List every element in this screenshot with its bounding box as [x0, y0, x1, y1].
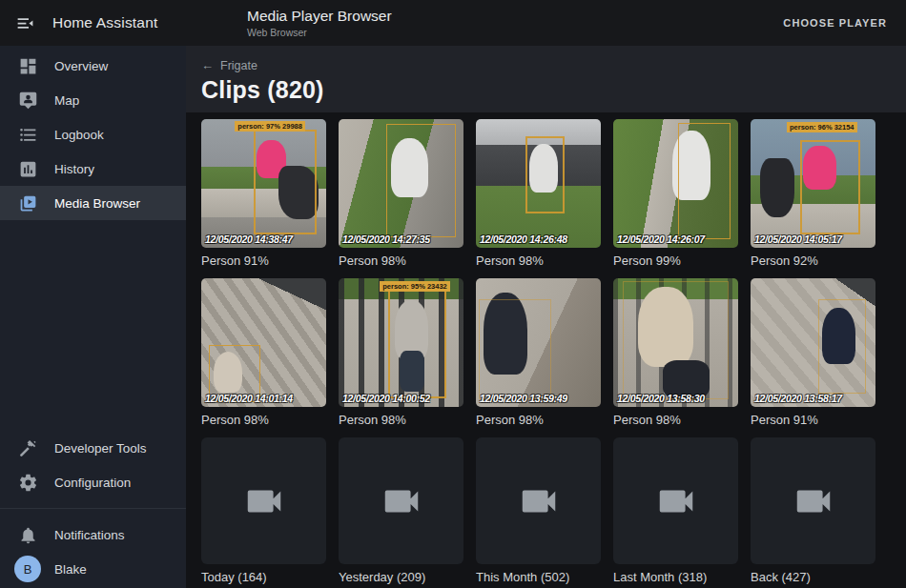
- video-camera-icon: [242, 479, 286, 523]
- sidebar-item-notifications[interactable]: Notifications: [0, 517, 186, 552]
- play-box-multiple-icon: [16, 192, 39, 214]
- folder-card-back[interactable]: Back (427): [751, 437, 875, 584]
- clip-thumbnail: 12/05/2020 13:58:30: [613, 278, 738, 407]
- detection-bounding-box: [678, 123, 731, 239]
- folder-card-last-month[interactable]: Last Month (318): [613, 437, 738, 584]
- detection-bounding-box: [818, 299, 866, 395]
- clip-card[interactable]: 12/05/2020 14:27:35 Person 98%: [339, 119, 463, 268]
- clip-timestamp: 12/05/2020 14:38:47: [205, 233, 293, 245]
- clip-thumbnail: person: 97% 29988 12/05/2020 14:38:47: [201, 119, 326, 248]
- sidebar-item-label: Developer Tools: [54, 441, 147, 456]
- clip-card[interactable]: person: 96% 32154 12/05/2020 14:05:17 Pe…: [751, 119, 875, 268]
- clip-label: Person 98%: [476, 253, 601, 268]
- detection-bounding-box: [479, 299, 551, 399]
- sidebar-item-overview[interactable]: Overview: [0, 49, 186, 83]
- clip-label: Person 99%: [613, 253, 738, 268]
- sidebar-divider: [0, 508, 186, 509]
- clip-card[interactable]: person: 97% 29988 12/05/2020 14:38:47 Pe…: [201, 119, 326, 268]
- sidebar-bottom: Developer Tools Configuration Notificati…: [0, 431, 186, 588]
- clip-timestamp: 12/05/2020 14:26:48: [480, 233, 567, 245]
- clip-label: Person 98%: [339, 413, 463, 427]
- clip-thumbnail: person: 96% 32154 12/05/2020 14:05:17: [751, 119, 875, 248]
- sidebar-item-label: Notifications: [54, 528, 125, 542]
- hammer-icon: [16, 436, 39, 459]
- user-name: Blake: [54, 562, 87, 577]
- detection-bounding-box: [388, 290, 445, 397]
- clip-card[interactable]: 12/05/2020 14:26:07 Person 99%: [613, 119, 738, 268]
- clip-thumbnail: 12/05/2020 13:58:17: [751, 278, 875, 407]
- detection-bounding-box: [254, 130, 317, 235]
- sidebar-item-profile[interactable]: B Blake: [0, 552, 186, 586]
- detection-bounding-box: [525, 136, 565, 213]
- folder-label: This Month (502): [476, 570, 601, 584]
- sidebar-item-logbook[interactable]: Logbook: [0, 117, 186, 152]
- folder-card-yesterday[interactable]: Yesterday (209): [339, 437, 463, 584]
- folder-label: Last Month (318): [613, 570, 738, 584]
- clip-card[interactable]: person: 95% 23432 12/05/2020 14:00:52 Pe…: [339, 278, 463, 427]
- detection-score-label: person: 97% 29988: [235, 121, 305, 132]
- clip-card[interactable]: 12/05/2020 14:26:48 Person 98%: [476, 119, 601, 268]
- clip-card[interactable]: 12/05/2020 14:01:14 Person 98%: [201, 278, 326, 427]
- clip-card[interactable]: 12/05/2020 13:58:30 Person 98%: [613, 278, 738, 427]
- video-camera-icon: [517, 479, 561, 523]
- clip-thumbnail: 12/05/2020 14:27:35: [339, 119, 463, 248]
- folder-label: Back (427): [751, 570, 875, 584]
- folder-thumbnail: [201, 437, 326, 564]
- gear-icon: [16, 471, 39, 494]
- clip-timestamp: 12/05/2020 14:01:14: [205, 393, 293, 404]
- sidebar: Overview Map Logbook History Media Brows…: [0, 46, 186, 588]
- detection-bounding-box: [386, 124, 456, 237]
- tooltip-account-icon: [16, 89, 39, 112]
- clip-timestamp: 12/05/2020 13:58:17: [754, 393, 842, 404]
- sidebar-toggle-icon[interactable]: [6, 4, 44, 42]
- folder-label: Today (164): [201, 570, 326, 584]
- sidebar-item-label: Media Browser: [54, 196, 140, 211]
- clip-label: Person 91%: [751, 413, 875, 427]
- folder-card-today[interactable]: Today (164): [201, 437, 326, 584]
- main-content: ← Frigate Clips (820) person: 97% 29988 …: [186, 46, 906, 588]
- clip-thumbnail: 12/05/2020 13:59:49: [476, 278, 601, 407]
- sidebar-item-configuration[interactable]: Configuration: [0, 465, 186, 499]
- page-subtitle: Web Browser: [247, 27, 392, 39]
- sidebar-item-label: Logbook: [54, 128, 104, 142]
- folder-thumbnail: [751, 437, 875, 564]
- clips-grid: person: 97% 29988 12/05/2020 14:38:47 Pe…: [201, 119, 891, 427]
- video-camera-icon: [792, 479, 835, 523]
- folder-label: Yesterday (209): [339, 570, 463, 584]
- sidebar-item-map[interactable]: Map: [0, 83, 186, 117]
- folder-thumbnail: [476, 437, 601, 564]
- clip-label: Person 98%: [476, 413, 601, 427]
- detection-score-label: person: 96% 32154: [787, 122, 857, 132]
- clip-card[interactable]: 12/05/2020 13:58:17 Person 91%: [751, 278, 875, 427]
- sidebar-item-developer-tools[interactable]: Developer Tools: [0, 431, 186, 465]
- stroller-figure: [760, 158, 793, 217]
- topbar-left: Home Assistant: [0, 4, 186, 42]
- video-camera-icon: [654, 479, 698, 523]
- detection-bounding-box: [623, 281, 728, 399]
- sidebar-item-label: History: [54, 162, 94, 176]
- sidebar-item-media-browser[interactable]: Media Browser: [0, 186, 186, 220]
- sidebar-item-label: Overview: [54, 59, 108, 73]
- clip-timestamp: 12/05/2020 14:05:17: [754, 233, 842, 245]
- page-heading: Clips (820): [201, 76, 891, 104]
- clip-label: Person 98%: [613, 413, 738, 427]
- bell-icon: [16, 523, 39, 546]
- clip-label: Person 92%: [751, 253, 875, 268]
- clip-timestamp: 12/05/2020 13:58:30: [617, 393, 705, 404]
- app-header: Home Assistant Media Player Browser Web …: [0, 0, 906, 46]
- video-camera-icon: [380, 479, 423, 523]
- sidebar-item-history[interactable]: History: [0, 152, 186, 186]
- clip-thumbnail: 12/05/2020 14:26:48: [476, 119, 601, 248]
- clip-thumbnail: person: 95% 23432 12/05/2020 14:00:52: [339, 278, 463, 407]
- back-arrow-icon: ←: [201, 58, 214, 72]
- app-title: Home Assistant: [52, 14, 157, 31]
- clip-card[interactable]: 12/05/2020 13:59:49 Person 98%: [476, 278, 601, 427]
- folder-thumbnail: [613, 437, 738, 564]
- clip-timestamp: 12/05/2020 13:59:49: [480, 393, 567, 404]
- choose-player-button[interactable]: CHOOSE PLAYER: [775, 10, 895, 36]
- sidebar-item-label: Map: [54, 93, 79, 108]
- folder-card-this-month[interactable]: This Month (502): [476, 437, 601, 584]
- detection-bounding-box: [800, 140, 860, 235]
- breadcrumb-back[interactable]: ← Frigate: [201, 58, 257, 72]
- view-dashboard-icon: [16, 54, 39, 77]
